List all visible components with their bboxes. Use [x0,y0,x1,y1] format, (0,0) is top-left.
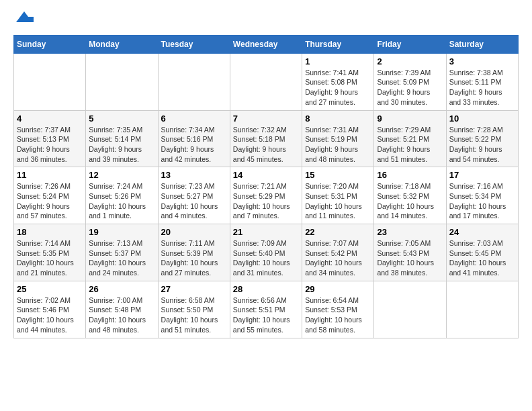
day-number: 19 [89,227,154,237]
day-info: Sunrise: 7:05 AMSunset: 5:43 PMDaylight:… [377,238,443,278]
day-info: Sunrise: 7:14 AMSunset: 5:35 PMDaylight:… [17,238,83,278]
day-number: 7 [233,113,299,124]
day-number: 13 [161,170,227,180]
calendar-cell: 5Sunrise: 7:35 AMSunset: 5:14 PMDaylight… [86,110,158,167]
calendar-table: SundayMondayTuesdayWednesdayThursdayFrid… [13,35,519,338]
day-info: Sunrise: 6:54 AMSunset: 5:53 PMDaylight:… [305,295,371,335]
calendar-cell [86,53,158,110]
day-number: 25 [17,284,83,294]
calendar-cell: 12Sunrise: 7:24 AMSunset: 5:26 PMDayligh… [86,167,158,224]
day-info: Sunrise: 7:18 AMSunset: 5:32 PMDaylight:… [377,181,443,221]
calendar-cell [158,53,230,110]
day-info: Sunrise: 7:38 AMSunset: 5:11 PMDaylight:… [449,68,515,107]
day-number: 24 [449,227,515,237]
calendar-cell: 16Sunrise: 7:18 AMSunset: 5:32 PMDayligh… [374,167,446,224]
day-number: 27 [161,284,227,294]
calendar-cell: 15Sunrise: 7:20 AMSunset: 5:31 PMDayligh… [302,167,374,224]
day-number: 26 [89,284,154,294]
day-info: Sunrise: 7:34 AMSunset: 5:16 PMDaylight:… [161,125,227,165]
day-number: 8 [305,113,371,124]
page-container: SundayMondayTuesdayWednesdayThursdayFrid… [0,0,532,349]
day-info: Sunrise: 7:39 AMSunset: 5:09 PMDaylight:… [377,68,443,107]
day-info: Sunrise: 6:56 AMSunset: 5:51 PMDaylight:… [233,295,299,335]
calendar-cell: 26Sunrise: 7:00 AMSunset: 5:48 PMDayligh… [86,281,158,338]
day-header-thursday: Thursday [302,35,374,53]
day-header-friday: Friday [374,35,446,53]
day-number: 2 [377,56,443,66]
day-number: 23 [377,227,443,237]
day-info: Sunrise: 6:58 AMSunset: 5:50 PMDaylight:… [161,295,227,335]
page-header [13,10,519,28]
logo [13,10,34,28]
calendar-header-row: SundayMondayTuesdayWednesdayThursdayFrid… [14,35,519,53]
day-info: Sunrise: 7:21 AMSunset: 5:29 PMDaylight:… [233,181,299,221]
day-info: Sunrise: 7:26 AMSunset: 5:24 PMDaylight:… [17,181,83,221]
day-number: 29 [305,284,371,294]
calendar-cell: 14Sunrise: 7:21 AMSunset: 5:29 PMDayligh… [230,167,302,224]
calendar-cell: 11Sunrise: 7:26 AMSunset: 5:24 PMDayligh… [14,167,86,224]
day-info: Sunrise: 7:00 AMSunset: 5:48 PMDaylight:… [89,295,154,335]
calendar-cell: 6Sunrise: 7:34 AMSunset: 5:16 PMDaylight… [158,110,230,167]
calendar-cell: 1Sunrise: 7:41 AMSunset: 5:08 PMDaylight… [302,53,374,110]
day-header-tuesday: Tuesday [158,35,230,53]
day-number: 17 [449,170,515,180]
calendar-cell: 25Sunrise: 7:02 AMSunset: 5:46 PMDayligh… [14,281,86,338]
day-info: Sunrise: 7:13 AMSunset: 5:37 PMDaylight:… [89,238,154,278]
calendar-cell: 17Sunrise: 7:16 AMSunset: 5:34 PMDayligh… [446,167,518,224]
calendar-cell: 18Sunrise: 7:14 AMSunset: 5:35 PMDayligh… [14,224,86,281]
calendar-cell: 24Sunrise: 7:03 AMSunset: 5:45 PMDayligh… [446,224,518,281]
day-info: Sunrise: 7:07 AMSunset: 5:42 PMDaylight:… [305,238,371,278]
calendar-week-row: 25Sunrise: 7:02 AMSunset: 5:46 PMDayligh… [14,281,519,338]
calendar-cell [14,53,86,110]
day-number: 16 [377,170,443,180]
day-number: 3 [449,56,515,66]
day-number: 4 [17,113,83,124]
day-info: Sunrise: 7:31 AMSunset: 5:19 PMDaylight:… [305,125,371,165]
calendar-cell [446,281,518,338]
calendar-cell: 20Sunrise: 7:11 AMSunset: 5:39 PMDayligh… [158,224,230,281]
day-info: Sunrise: 7:37 AMSunset: 5:13 PMDaylight:… [17,125,83,165]
day-number: 22 [305,227,371,237]
logo-icon [15,10,34,25]
day-number: 1 [305,56,371,66]
day-header-wednesday: Wednesday [230,35,302,53]
day-number: 5 [89,113,154,124]
day-number: 18 [17,227,83,237]
day-number: 11 [17,170,83,180]
day-number: 9 [377,113,443,124]
day-info: Sunrise: 7:24 AMSunset: 5:26 PMDaylight:… [89,181,154,221]
day-number: 10 [449,113,515,124]
day-info: Sunrise: 7:03 AMSunset: 5:45 PMDaylight:… [449,238,515,278]
calendar-cell: 28Sunrise: 6:56 AMSunset: 5:51 PMDayligh… [230,281,302,338]
logo-text [13,10,34,28]
day-number: 20 [161,227,227,237]
calendar-week-row: 18Sunrise: 7:14 AMSunset: 5:35 PMDayligh… [14,224,519,281]
calendar-week-row: 11Sunrise: 7:26 AMSunset: 5:24 PMDayligh… [14,167,519,224]
day-number: 6 [161,113,227,124]
calendar-cell: 13Sunrise: 7:23 AMSunset: 5:27 PMDayligh… [158,167,230,224]
calendar-cell [374,281,446,338]
calendar-cell: 21Sunrise: 7:09 AMSunset: 5:40 PMDayligh… [230,224,302,281]
calendar-cell: 2Sunrise: 7:39 AMSunset: 5:09 PMDaylight… [374,53,446,110]
day-number: 21 [233,227,299,237]
calendar-cell: 4Sunrise: 7:37 AMSunset: 5:13 PMDaylight… [14,110,86,167]
day-number: 15 [305,170,371,180]
day-info: Sunrise: 7:09 AMSunset: 5:40 PMDaylight:… [233,238,299,278]
day-info: Sunrise: 7:20 AMSunset: 5:31 PMDaylight:… [305,181,371,221]
day-header-sunday: Sunday [14,35,86,53]
day-info: Sunrise: 7:16 AMSunset: 5:34 PMDaylight:… [449,181,515,221]
day-info: Sunrise: 7:28 AMSunset: 5:22 PMDaylight:… [449,125,515,165]
calendar-cell: 23Sunrise: 7:05 AMSunset: 5:43 PMDayligh… [374,224,446,281]
day-info: Sunrise: 7:32 AMSunset: 5:18 PMDaylight:… [233,125,299,165]
calendar-cell: 22Sunrise: 7:07 AMSunset: 5:42 PMDayligh… [302,224,374,281]
calendar-cell: 10Sunrise: 7:28 AMSunset: 5:22 PMDayligh… [446,110,518,167]
day-number: 28 [233,284,299,294]
calendar-week-row: 4Sunrise: 7:37 AMSunset: 5:13 PMDaylight… [14,110,519,167]
day-number: 14 [233,170,299,180]
calendar-week-row: 1Sunrise: 7:41 AMSunset: 5:08 PMDaylight… [14,53,519,110]
calendar-cell: 19Sunrise: 7:13 AMSunset: 5:37 PMDayligh… [86,224,158,281]
day-info: Sunrise: 7:29 AMSunset: 5:21 PMDaylight:… [377,125,443,165]
calendar-cell: 9Sunrise: 7:29 AMSunset: 5:21 PMDaylight… [374,110,446,167]
svg-marker-1 [28,17,34,22]
calendar-cell: 3Sunrise: 7:38 AMSunset: 5:11 PMDaylight… [446,53,518,110]
